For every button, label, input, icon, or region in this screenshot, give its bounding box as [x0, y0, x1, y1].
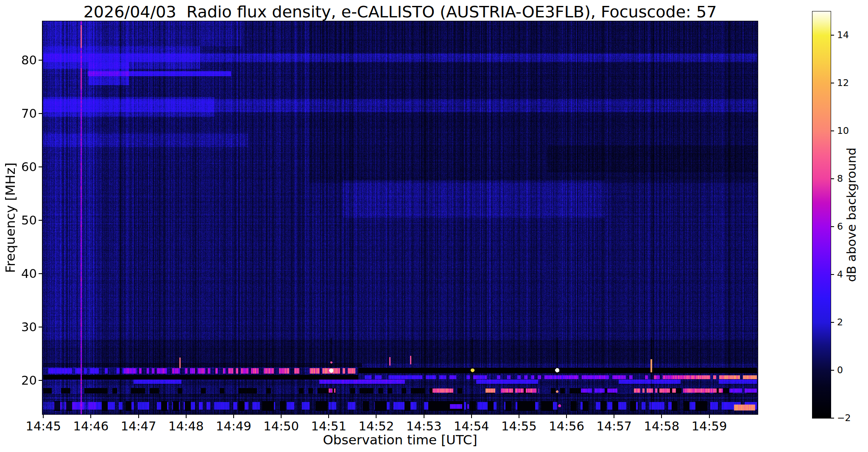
y-tick-mark — [39, 380, 42, 381]
x-tick-label: 14:56 — [543, 419, 590, 433]
colorbar-tick-label: −2 — [837, 413, 851, 423]
colorbar-tick-mark — [831, 370, 834, 371]
x-tick-label: 14:58 — [638, 419, 685, 433]
x-tick-label: 14:55 — [496, 419, 542, 433]
x-tick-label: 14:50 — [258, 419, 304, 433]
y-tick-mark — [39, 60, 42, 61]
x-tick-mark — [424, 415, 424, 418]
x-tick-label: 14:49 — [210, 419, 257, 433]
colorbar-tick-label: 14 — [837, 31, 849, 40]
x-tick-label: 14:48 — [163, 419, 209, 433]
colorbar-tick-label: 12 — [837, 78, 849, 88]
y-axis-label: Frequency [MHz] — [3, 163, 18, 273]
x-tick-label: 14:45 — [20, 419, 67, 433]
colorbar-tick-mark — [831, 274, 834, 275]
x-tick-label: 14:47 — [115, 419, 162, 433]
colorbar-tick-label: 10 — [837, 126, 849, 136]
colorbar-tick-mark — [831, 418, 834, 419]
x-tick-mark — [376, 415, 377, 418]
colorbar-tick-label: 8 — [837, 174, 843, 183]
y-tick-label: 30 — [11, 321, 37, 333]
x-tick-mark — [614, 415, 614, 418]
x-tick-label: 14:46 — [67, 419, 114, 433]
colorbar-tick-label: 0 — [837, 366, 843, 375]
y-tick-mark — [39, 220, 42, 221]
colorbar-tick-mark — [831, 35, 834, 36]
colorbar-tick-mark — [831, 130, 834, 131]
colorbar-tick-mark — [831, 83, 834, 83]
x-tick-mark — [186, 415, 187, 418]
x-tick-label: 14:53 — [401, 419, 447, 433]
x-tick-mark — [43, 415, 44, 418]
colorbar-tick-label: 4 — [837, 270, 843, 279]
colorbar-tick-label: 2 — [837, 318, 843, 327]
chart-title: 2026/04/03 Radio flux density, e-CALLIST… — [42, 3, 758, 21]
colorbar-tick-label: 6 — [837, 222, 843, 231]
colorbar-tick-mark — [831, 178, 834, 179]
x-tick-mark — [519, 415, 519, 418]
y-tick-label: 70 — [11, 107, 37, 120]
x-tick-label: 14:52 — [353, 419, 399, 433]
x-tick-label: 14:57 — [591, 419, 637, 433]
x-tick-mark — [661, 415, 662, 418]
x-tick-label: 14:54 — [448, 419, 495, 433]
x-tick-label: 14:51 — [305, 419, 352, 433]
x-tick-mark — [90, 415, 91, 418]
colorbar-tick-mark — [831, 226, 834, 227]
x-tick-mark — [471, 415, 472, 418]
spectrogram-canvas — [42, 21, 758, 414]
colorbar — [812, 11, 831, 419]
x-tick-mark — [709, 415, 710, 418]
y-tick-label: 20 — [11, 374, 37, 387]
y-tick-mark — [39, 166, 42, 167]
x-axis-label: Observation time [UTC] — [42, 432, 758, 447]
x-tick-mark — [138, 415, 139, 418]
colorbar-label: dB above background — [844, 147, 859, 282]
y-tick-mark — [39, 113, 42, 114]
y-tick-mark — [39, 327, 42, 327]
colorbar-tick-mark — [831, 322, 834, 323]
y-tick-label: 80 — [11, 54, 37, 67]
x-tick-mark — [233, 415, 234, 418]
x-tick-label: 14:59 — [686, 419, 733, 433]
x-tick-mark — [328, 415, 329, 418]
figure: 2026/04/03 Radio flux density, e-CALLIST… — [0, 0, 868, 452]
x-tick-mark — [281, 415, 282, 418]
y-tick-mark — [39, 273, 42, 274]
x-tick-mark — [566, 415, 567, 418]
